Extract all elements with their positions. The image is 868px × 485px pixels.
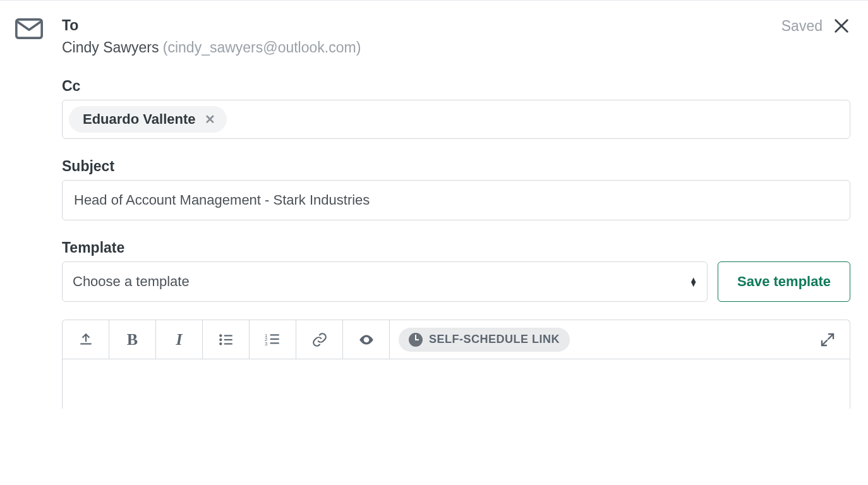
expand-button[interactable]	[805, 320, 850, 359]
svg-point-5	[219, 338, 222, 340]
editor-textarea[interactable]	[63, 359, 850, 409]
editor-box: B I 1 2 3	[62, 320, 850, 409]
cc-label: Cc	[62, 78, 850, 95]
self-schedule-button[interactable]: SELF-SCHEDULE LINK	[399, 328, 570, 352]
self-schedule-label: SELF-SCHEDULE LINK	[429, 333, 560, 346]
saved-status: Saved	[781, 18, 823, 35]
template-select[interactable]	[62, 261, 708, 302]
recipient-name: Cindy Sawyers	[62, 39, 159, 56]
close-button[interactable]	[833, 17, 850, 35]
compose-container: To Cindy Sawyers (cindy_sawyers@outlook.…	[0, 3, 868, 409]
recipient-line[interactable]: Cindy Sawyers (cindy_sawyers@outlook.com…	[62, 39, 361, 56]
editor-toolbar: B I 1 2 3	[63, 320, 850, 359]
svg-point-3	[219, 334, 222, 337]
subject-label: Subject	[62, 158, 850, 175]
svg-text:3: 3	[265, 340, 267, 346]
bold-icon: B	[127, 330, 138, 349]
svg-rect-8	[224, 343, 232, 344]
save-template-button[interactable]: Save template	[718, 261, 850, 302]
upload-icon	[78, 332, 94, 348]
preview-button[interactable]	[343, 320, 390, 359]
toolbar-spacer	[579, 320, 805, 359]
subject-input[interactable]	[62, 180, 850, 220]
link-button[interactable]	[296, 320, 343, 359]
numbered-list-icon: 1 2 3	[265, 332, 281, 348]
svg-rect-4	[224, 335, 232, 336]
cc-chip-label: Eduardo Vallente	[83, 111, 196, 128]
compose-header-row: To Cindy Sawyers (cindy_sawyers@outlook.…	[62, 17, 850, 78]
compose-main: To Cindy Sawyers (cindy_sawyers@outlook.…	[62, 17, 850, 409]
top-divider	[0, 0, 868, 1]
status-area: Saved	[781, 17, 850, 35]
italic-button[interactable]: I	[156, 320, 203, 359]
svg-point-7	[219, 342, 222, 345]
cc-chip[interactable]: Eduardo Vallente ✕	[69, 106, 227, 133]
svg-rect-10	[270, 334, 279, 335]
svg-rect-6	[224, 338, 232, 340]
left-icon-column	[15, 17, 62, 409]
bulleted-list-icon	[218, 332, 234, 348]
template-label: Template	[62, 239, 850, 256]
cc-field-group: Cc Eduardo Vallente ✕	[62, 78, 850, 139]
eye-icon	[358, 332, 375, 348]
svg-rect-14	[270, 342, 279, 344]
cc-input[interactable]: Eduardo Vallente ✕	[62, 100, 850, 139]
link-icon	[311, 332, 328, 348]
expand-icon	[820, 332, 835, 347]
italic-icon: I	[176, 330, 182, 349]
to-label: To	[62, 17, 361, 34]
cc-chip-remove-icon[interactable]: ✕	[205, 112, 215, 127]
template-row: ▲▼ Save template	[62, 261, 850, 302]
mail-icon	[15, 18, 43, 40]
clock-icon	[409, 333, 423, 347]
upload-button[interactable]	[63, 320, 109, 359]
subject-field-group: Subject	[62, 158, 850, 220]
to-block: To Cindy Sawyers (cindy_sawyers@outlook.…	[62, 17, 361, 78]
svg-rect-12	[270, 338, 279, 339]
recipient-email: (cindy_sawyers@outlook.com)	[163, 39, 361, 56]
template-field-group: Template ▲▼ Save template	[62, 239, 850, 302]
self-schedule-cell: SELF-SCHEDULE LINK	[390, 320, 579, 359]
bold-button[interactable]: B	[109, 320, 156, 359]
bulleted-list-button[interactable]	[203, 320, 250, 359]
numbered-list-button[interactable]: 1 2 3	[250, 320, 296, 359]
template-select-wrap: ▲▼	[62, 261, 708, 302]
